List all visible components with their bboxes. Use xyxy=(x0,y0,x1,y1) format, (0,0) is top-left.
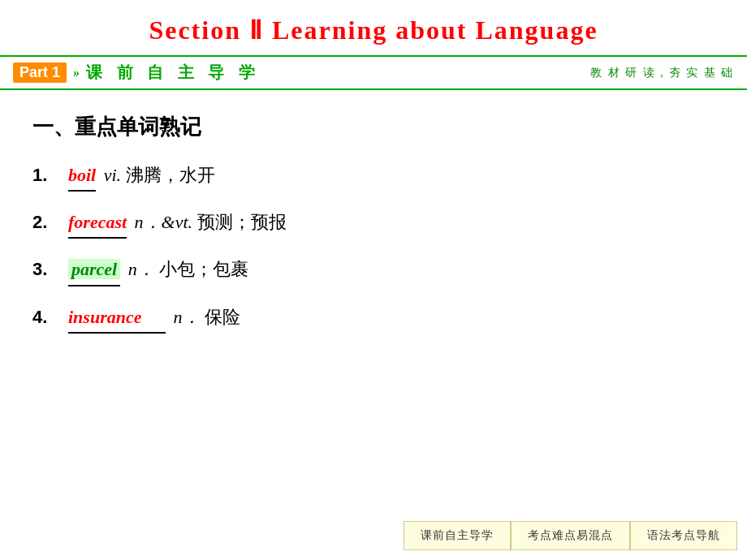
word-text-2: forecast xyxy=(68,212,127,232)
page-header: Section Ⅱ Learning about Language xyxy=(0,0,747,55)
word-4: insurance xyxy=(68,303,166,334)
vocab-item-2: 2. forecast n．&vt. 预测；预报 xyxy=(32,208,715,239)
definition-2: n．&vt. 预测；预报 xyxy=(135,208,287,236)
word-text-4: insurance xyxy=(68,307,141,327)
part-right-text: 教 材 研 读，夯 实 基 础 xyxy=(590,66,734,80)
page-title: Section Ⅱ Learning about Language xyxy=(149,15,598,45)
definition-1: vi. 沸腾，水开 xyxy=(104,161,215,189)
part-badge: Part 1 xyxy=(13,62,67,83)
bottom-nav: 课前自主导学 考点难点易混点 语法考点导航 xyxy=(0,511,747,560)
vocab-item-4: 4. insurance n． 保险 xyxy=(32,303,715,334)
word-3: parcel xyxy=(68,255,120,286)
item-number-3: 3. xyxy=(32,255,68,283)
vocab-item-3: 3. parcel n． 小包；包裹 xyxy=(32,255,715,286)
definition-4: n． 保险 xyxy=(174,303,241,331)
section-title: 一、重点单词熟记 xyxy=(32,113,715,141)
pos-2: n．&vt. xyxy=(135,212,193,232)
nav-btn-1[interactable]: 课前自主导学 xyxy=(404,521,511,550)
meaning-3: 小包；包裹 xyxy=(159,259,248,279)
vocab-item-1: 1. boil vi. 沸腾，水开 xyxy=(32,161,715,192)
part-arrow: » xyxy=(73,66,80,80)
part-label: 课 前 自 主 导 学 xyxy=(86,62,260,84)
nav-btn-3[interactable]: 语法考点导航 xyxy=(630,521,737,550)
word-1: boil xyxy=(68,161,96,192)
pos-4: n． xyxy=(174,307,201,327)
pos-3: n． xyxy=(128,259,155,279)
meaning-4: 保险 xyxy=(205,307,240,327)
main-content: 一、重点单词熟记 1. boil vi. 沸腾，水开 2. forecast n… xyxy=(0,105,747,358)
meaning-1: 沸腾，水开 xyxy=(126,165,215,185)
word-text-1: boil xyxy=(68,165,96,185)
item-number-4: 4. xyxy=(32,303,68,331)
item-number-1: 1. xyxy=(32,161,68,189)
part-bar: Part 1 » 课 前 自 主 导 学 教 材 研 读，夯 实 基 础 xyxy=(0,55,747,90)
word-2: forecast xyxy=(68,208,127,239)
meaning-2: 预测；预报 xyxy=(197,212,287,232)
pos-1: vi. xyxy=(104,165,121,185)
nav-btn-2[interactable]: 考点难点易混点 xyxy=(511,521,630,550)
item-number-2: 2. xyxy=(32,208,68,236)
word-text-3: parcel xyxy=(68,259,120,279)
part-left: Part 1 » 课 前 自 主 导 学 xyxy=(13,62,260,84)
definition-3: n． 小包；包裹 xyxy=(128,255,249,283)
